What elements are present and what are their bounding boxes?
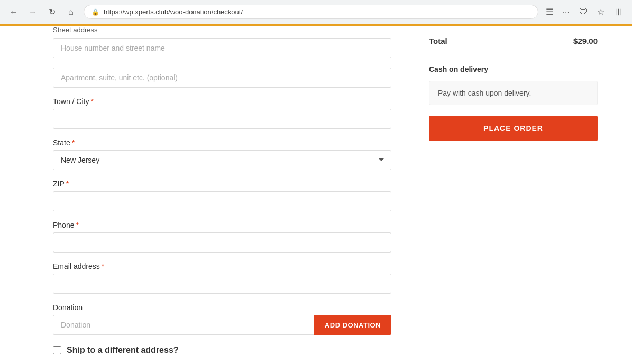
url-text: https://wp.xperts.club/woo-donation/chec… bbox=[104, 8, 243, 16]
town-input[interactable] bbox=[53, 109, 391, 129]
donation-input[interactable] bbox=[53, 315, 314, 335]
page-content: Street address Town / City* State* New J… bbox=[0, 26, 632, 364]
phone-label: Phone* bbox=[53, 221, 391, 229]
reload-button[interactable]: ↻ bbox=[44, 5, 59, 20]
home-button[interactable]: ⌂ bbox=[63, 5, 78, 20]
home-icon: ⌂ bbox=[68, 7, 74, 17]
order-summary: Total $29.00 Cash on delivery Pay with c… bbox=[429, 36, 598, 141]
town-label: Town / City* bbox=[53, 97, 391, 106]
browser-chrome: ← → ↻ ⌂ 🔒 https://wp.xperts.club/woo-don… bbox=[0, 0, 632, 24]
state-required: * bbox=[72, 138, 75, 147]
add-donation-button[interactable]: ADD DONATION bbox=[314, 315, 391, 335]
donation-group: Donation ADD DONATION bbox=[53, 303, 391, 335]
total-row: Total $29.00 bbox=[429, 36, 598, 54]
zip-group: ZIP* bbox=[53, 180, 391, 211]
forward-button[interactable]: → bbox=[25, 5, 40, 20]
street-address-group: Street address bbox=[53, 26, 391, 58]
payment-info-text: Pay with cash upon delivery. bbox=[438, 89, 531, 97]
ship-different-checkbox[interactable] bbox=[53, 346, 61, 354]
zip-input[interactable] bbox=[53, 191, 391, 211]
state-group: State* New Jersey New York California Te… bbox=[53, 138, 391, 170]
forward-icon: → bbox=[29, 7, 37, 17]
back-button[interactable]: ← bbox=[6, 5, 21, 20]
donation-label: Donation bbox=[53, 303, 391, 312]
street-address-input[interactable] bbox=[53, 38, 391, 58]
town-required: * bbox=[90, 97, 93, 106]
ship-different-section: Ship to a different address? bbox=[53, 346, 391, 355]
nav-buttons: ← → ↻ ⌂ bbox=[6, 5, 78, 20]
town-group: Town / City* bbox=[53, 97, 391, 129]
state-label: State* bbox=[53, 138, 391, 147]
address-bar[interactable]: 🔒 https://wp.xperts.club/woo-donation/ch… bbox=[84, 5, 538, 19]
zip-label: ZIP* bbox=[53, 180, 391, 188]
left-sidebar bbox=[0, 26, 42, 364]
payment-method-title: Cash on delivery bbox=[429, 65, 598, 73]
email-group: Email address* bbox=[53, 262, 391, 294]
phone-required: * bbox=[76, 221, 78, 229]
donation-row: ADD DONATION bbox=[53, 315, 391, 335]
security-icon: 🔒 bbox=[91, 8, 99, 16]
menu-icon[interactable]: ··· bbox=[561, 5, 572, 19]
apartment-input[interactable] bbox=[53, 68, 391, 88]
email-required: * bbox=[102, 262, 104, 270]
order-summary-panel: Total $29.00 Cash on delivery Pay with c… bbox=[413, 26, 613, 364]
email-input[interactable] bbox=[53, 274, 391, 294]
reader-icon[interactable]: ☰ bbox=[544, 5, 555, 19]
email-label: Email address* bbox=[53, 262, 391, 270]
total-amount: $29.00 bbox=[573, 36, 598, 45]
phone-group: Phone* bbox=[53, 221, 391, 253]
payment-info-box: Pay with cash upon delivery. bbox=[429, 81, 598, 105]
total-label: Total bbox=[429, 36, 447, 45]
browser-actions: ☰ ··· 🛡 ☆ ⫼ bbox=[544, 4, 626, 20]
library-icon[interactable]: ⫼ bbox=[612, 4, 626, 20]
zip-required: * bbox=[66, 180, 69, 188]
ship-different-label[interactable]: Ship to a different address? bbox=[67, 346, 179, 355]
back-icon: ← bbox=[10, 7, 18, 17]
checkout-form: Street address Town / City* State* New J… bbox=[42, 26, 413, 364]
phone-input[interactable] bbox=[53, 232, 391, 253]
apartment-group bbox=[53, 68, 391, 88]
shield-icon[interactable]: 🛡 bbox=[577, 5, 590, 19]
reload-icon: ↻ bbox=[49, 7, 56, 17]
state-select[interactable]: New Jersey New York California Texas Flo… bbox=[53, 150, 391, 170]
bookmark-icon[interactable]: ☆ bbox=[595, 5, 607, 19]
place-order-button[interactable]: PLACE ORDER bbox=[429, 116, 598, 141]
street-address-label: Street address bbox=[53, 26, 391, 34]
